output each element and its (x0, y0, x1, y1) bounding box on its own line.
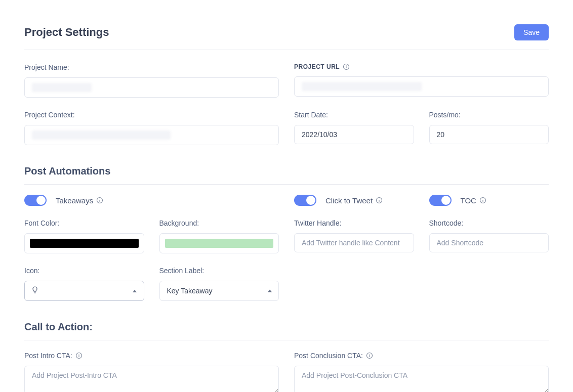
divider (24, 340, 549, 340)
post-intro-cta-label: Post Intro CTA: (24, 352, 279, 360)
svg-point-14 (78, 354, 79, 355)
info-icon[interactable] (366, 352, 373, 359)
svg-point-2 (346, 65, 347, 66)
posts-per-mo-input[interactable] (429, 125, 549, 144)
redacted-text (32, 130, 171, 140)
toc-label-text: TOC (461, 196, 476, 205)
post-conclusion-cta-label-text: Post Conclusion CTA: (294, 352, 363, 360)
call-to-action-title: Call to Action: (24, 321, 549, 333)
info-icon[interactable] (479, 197, 486, 204)
project-context-input[interactable] (24, 125, 279, 145)
page-title: Project Settings (24, 26, 109, 39)
shortcode-label: Shortcode: (429, 219, 549, 227)
divider (24, 184, 549, 185)
font-color-value (30, 239, 139, 248)
click-to-tweet-toggle[interactable] (294, 195, 316, 206)
font-color-label: Font Color: (24, 219, 144, 227)
shortcode-input[interactable] (429, 233, 549, 252)
twitter-handle-input[interactable] (294, 233, 414, 252)
project-url-input[interactable] (294, 76, 549, 97)
click-to-tweet-label-text: Click to Tweet (325, 196, 373, 205)
start-date-input[interactable] (294, 125, 414, 144)
posts-per-mo-label: Posts/mo: (429, 111, 549, 119)
background-label: Background: (159, 219, 279, 227)
project-name-label: Project Name: (24, 63, 279, 71)
icon-select-label: Icon: (24, 267, 144, 275)
info-icon[interactable] (96, 197, 103, 204)
project-name-input[interactable] (24, 77, 279, 98)
info-icon[interactable] (75, 352, 83, 359)
background-value (165, 239, 274, 248)
takeaways-label: Takeaways (56, 196, 103, 205)
section-label-label: Section Label: (159, 267, 279, 275)
lightbulb-icon (31, 286, 39, 296)
info-icon[interactable] (376, 197, 383, 204)
redacted-text (302, 82, 422, 91)
post-intro-cta-textarea[interactable] (24, 366, 279, 392)
icon-select[interactable] (24, 281, 144, 301)
font-color-swatch[interactable] (24, 233, 144, 253)
svg-point-5 (100, 199, 100, 199)
post-conclusion-cta-textarea[interactable] (294, 366, 549, 392)
info-icon[interactable] (343, 63, 350, 70)
post-conclusion-cta-label: Post Conclusion CTA: (294, 352, 549, 360)
toc-toggle[interactable] (429, 195, 452, 206)
takeaways-label-text: Takeaways (56, 196, 93, 205)
post-automations-title: Post Automations (24, 165, 549, 177)
svg-point-17 (369, 354, 370, 355)
svg-point-11 (482, 199, 483, 199)
toc-label: TOC (461, 196, 486, 205)
section-label-select[interactable]: Key Takeaway (159, 281, 279, 301)
chevron-up-icon (133, 290, 137, 292)
twitter-handle-label: Twitter Handle: (294, 219, 414, 227)
takeaways-toggle[interactable] (24, 195, 47, 206)
project-context-label: Project Context: (24, 111, 279, 119)
project-url-label: PROJECT URL (294, 63, 549, 70)
click-to-tweet-label: Click to Tweet (325, 196, 383, 205)
project-url-label-text: PROJECT URL (294, 63, 340, 70)
svg-point-8 (379, 199, 380, 199)
post-intro-cta-label-text: Post Intro CTA: (24, 352, 72, 360)
start-date-label: Start Date: (294, 111, 414, 119)
background-swatch[interactable] (159, 233, 279, 253)
save-button[interactable]: Save (514, 24, 549, 40)
divider (24, 50, 549, 50)
redacted-text (32, 83, 92, 92)
